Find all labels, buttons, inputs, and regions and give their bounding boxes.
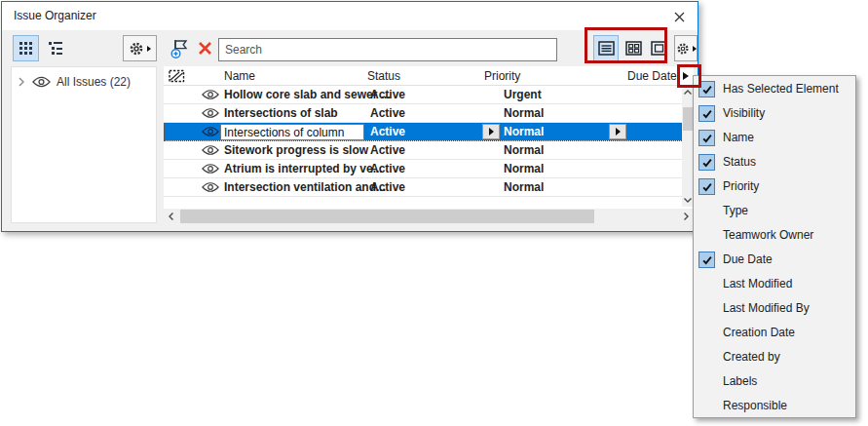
- issue-name-edit-input[interactable]: [220, 124, 364, 140]
- gear-icon: [129, 41, 144, 57]
- issue-table: Name Status Priority Due Date Hollow cor…: [164, 66, 694, 209]
- issue-name: Sitework progress is slow: [224, 141, 368, 160]
- close-button[interactable]: [668, 7, 690, 26]
- table-row[interactable]: Hollow core slab and sewer ... Active Ur…: [164, 86, 682, 104]
- column-header-status[interactable]: Status: [367, 66, 400, 86]
- expander-chevron-icon: [18, 77, 25, 87]
- menu-item-label: Status: [723, 150, 756, 174]
- issue-status: Active: [370, 104, 405, 123]
- menu-item-type[interactable]: Type: [694, 199, 855, 223]
- menu-item-label: Has Selected Element: [723, 77, 839, 101]
- column-options-arrow-icon: [683, 72, 689, 80]
- priority-dropdown-button[interactable]: [609, 124, 626, 139]
- menu-item-has-selected-element[interactable]: Has Selected Element: [694, 77, 855, 101]
- column-header-priority[interactable]: Priority: [484, 66, 520, 86]
- menu-item-last-modified[interactable]: Last Modified: [694, 272, 855, 296]
- column-header-name[interactable]: Name: [224, 66, 255, 86]
- dropdown-arrow-icon: [616, 128, 621, 136]
- table-row[interactable]: Sitework progress is slow Active Normal: [164, 141, 682, 160]
- issue-name: Atrium is interrupted by ve...: [224, 160, 383, 178]
- column-options-button[interactable]: [679, 67, 693, 85]
- menu-item-status[interactable]: Status: [694, 150, 855, 174]
- tree-list-view-button[interactable]: [42, 35, 68, 61]
- checkbox-checked-icon: [698, 105, 715, 122]
- visibility-eye-icon[interactable]: [202, 126, 219, 137]
- menu-item-name[interactable]: Name: [694, 126, 855, 150]
- gear-flyout-arrow-icon: [147, 46, 151, 52]
- visibility-eye-icon[interactable]: [202, 163, 219, 174]
- menu-item-last-modified-by[interactable]: Last Modified By: [694, 296, 855, 321]
- horizontal-scrollbar[interactable]: [164, 209, 694, 224]
- menu-item-due-date[interactable]: Due Date: [694, 248, 855, 272]
- menu-item-label: Labels: [723, 369, 757, 394]
- window-title: Issue Organizer: [14, 2, 96, 30]
- issue-priority: Normal: [504, 123, 544, 141]
- thumbnail-view-button[interactable]: [622, 35, 645, 61]
- table-row[interactable]: Intersection ventilation and... Active N…: [164, 178, 682, 197]
- status-dropdown-button[interactable]: [482, 124, 500, 139]
- issue-tree-panel: All Issues (22): [11, 66, 157, 223]
- issue-name: Hollow core slab and sewer ...: [224, 86, 391, 104]
- issue-name: Intersections of slab: [224, 104, 338, 123]
- tree-grid-view-button[interactable]: [13, 35, 39, 61]
- add-issue-flag-icon: [170, 38, 190, 59]
- chevron-down-icon: [684, 198, 692, 203]
- search-input[interactable]: [218, 38, 557, 61]
- menu-item-label: Due Date: [723, 248, 773, 272]
- tree-item-label: All Issues (22): [57, 75, 131, 89]
- menu-item-label: Created by: [723, 345, 780, 369]
- list-view-button[interactable]: [593, 35, 619, 61]
- gear-icon: [676, 42, 690, 56]
- menu-item-label: Priority: [723, 174, 759, 199]
- menu-item-label: Last Modified By: [723, 296, 810, 321]
- checkbox-checked-icon: [698, 81, 715, 97]
- list-view-icon: [598, 41, 615, 56]
- delete-issue-button[interactable]: [194, 35, 215, 61]
- visibility-eye-icon[interactable]: [202, 89, 219, 100]
- column-header-due-date[interactable]: Due Date: [627, 66, 677, 86]
- column-chooser-menu: Has Selected Element Visibility Name Sta…: [693, 75, 856, 418]
- table-header: Name Status Priority Due Date: [164, 66, 682, 86]
- visibility-eye-icon[interactable]: [202, 107, 219, 119]
- menu-item-created-by[interactable]: Created by: [694, 345, 855, 369]
- tree-item-all-issues[interactable]: All Issues (22): [12, 72, 156, 92]
- checkbox-checked-icon: [698, 252, 715, 268]
- issue-priority: Urgent: [504, 86, 542, 104]
- checkbox-checked-icon: [698, 154, 715, 171]
- new-issue-button[interactable]: [169, 35, 192, 61]
- horizontal-scroll-thumb[interactable]: [180, 210, 594, 223]
- issue-name: Intersection ventilation and...: [224, 178, 386, 197]
- table-row-selected[interactable]: Active Normal: [164, 123, 682, 141]
- issue-priority: Normal: [504, 141, 544, 160]
- vertical-scroll-thumb[interactable]: [683, 107, 693, 131]
- menu-item-creation-date[interactable]: Creation Date: [694, 321, 855, 345]
- main-settings-button[interactable]: [674, 35, 698, 61]
- gear-flyout-arrow-icon: [693, 46, 697, 52]
- issue-status: Active: [370, 178, 405, 197]
- checkbox-checked-icon: [698, 130, 715, 146]
- detail-view-button[interactable]: [647, 35, 670, 61]
- menu-item-labels[interactable]: Labels: [694, 369, 855, 394]
- table-row[interactable]: Atrium is interrupted by ve... Active No…: [164, 160, 682, 178]
- delete-x-icon: [198, 41, 212, 56]
- menu-item-visibility[interactable]: Visibility: [694, 101, 855, 126]
- menu-item-priority[interactable]: Priority: [694, 174, 855, 199]
- grid-dots-icon: [19, 41, 33, 56]
- menu-item-label: Type: [723, 199, 748, 223]
- left-panel-settings-button[interactable]: [123, 35, 157, 61]
- close-icon: [674, 12, 685, 22]
- scroll-right-button[interactable]: [679, 209, 694, 224]
- visibility-eye-icon[interactable]: [202, 144, 219, 156]
- menu-item-responsible[interactable]: Responsible: [694, 394, 855, 418]
- table-row[interactable]: Intersections of slab Active Normal: [164, 104, 682, 123]
- issue-priority: Normal: [504, 160, 544, 178]
- chevron-right-icon: [684, 213, 689, 220]
- issue-priority: Normal: [504, 178, 544, 197]
- scroll-left-button[interactable]: [164, 209, 178, 224]
- visibility-eye-icon[interactable]: [202, 181, 219, 193]
- tree-list-icon: [48, 41, 63, 56]
- has-selected-element-marquee-icon[interactable]: [169, 69, 185, 83]
- visibility-eye-icon[interactable]: [32, 76, 51, 88]
- dropdown-arrow-icon: [489, 128, 494, 136]
- menu-item-teamwork-owner[interactable]: Teamwork Owner: [694, 223, 855, 248]
